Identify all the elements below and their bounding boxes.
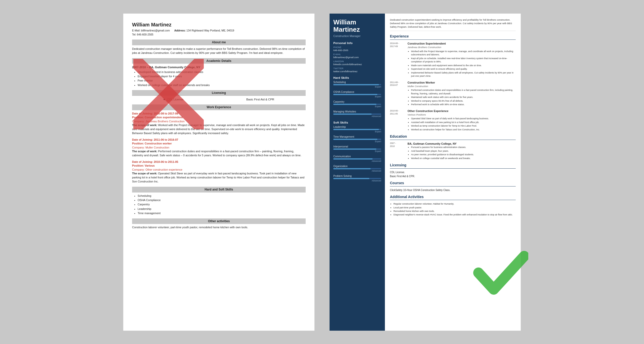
lic-label-2: Basic First Aid & CPR <box>246 97 274 101</box>
list-item: Made sure materials and equipment were d… <box>411 64 516 67</box>
skill-osha: OSHA Compliance Expert <box>333 91 381 98</box>
left-contact-tel: Tel: 646-600-2505 <box>132 33 306 36</box>
activities-list: Regular construction laborer volunteer, … <box>390 202 516 217</box>
skill-bar-bg <box>333 104 381 105</box>
lic-item-1: CDL License. <box>390 171 516 174</box>
linkedin-value: linkedin.com/in/billmartinez <box>333 63 381 66</box>
skill-level: Expert <box>333 86 381 88</box>
edu-body-1: BA, Guttman Community College, NY Pursue… <box>408 142 474 160</box>
work-scope-3: The scope of work: Operated Skid Steer a… <box>132 172 306 184</box>
exp-bullets-3: Operated Skid Steer as part of daily wor… <box>408 117 489 131</box>
work-scope-2: The scope of work: Performed constructio… <box>132 149 306 158</box>
work-entry-2: Date of Joining: 2011-06 to 2016-07 Posi… <box>132 138 306 158</box>
email-label: E-Mail: <box>132 29 140 32</box>
licensing-row: CDL License Basic First Aid & CPR <box>132 97 306 101</box>
resume-right: WilliamMartinez Construction Manager Per… <box>330 14 521 331</box>
experience-title: Experience <box>390 34 516 40</box>
skill-scheduling: Scheduling Expert <box>333 81 381 88</box>
exp-entry-2: 2011-06 -2016-07 Construction Worker Mul… <box>390 81 516 107</box>
list-item: Worked as temp construction laborer for … <box>411 124 489 128</box>
email-value: billfmartinez@gmail.com <box>141 29 170 32</box>
lic-label-1: CDL License <box>167 97 183 101</box>
skill-bar-fill <box>333 94 377 95</box>
other-title: Other activities <box>132 218 306 224</box>
exp-date-2: 2011-06 -2016-07 <box>390 81 405 107</box>
exp-job-title-3: Other Construction Experience <box>408 109 489 113</box>
work-pos-1: Position: Construction superintendent <box>132 116 306 119</box>
list-item: Performed construction duties and respon… <box>411 89 516 95</box>
exp-body-2: Construction Worker Muller Construction … <box>408 81 516 107</box>
list-item: Maintained safe work status with zero ac… <box>411 96 516 99</box>
skills-list: Scheduling OSHA Compliance Carpentry Lea… <box>132 194 306 215</box>
skill-bar-bg <box>333 113 381 115</box>
personal-info-title: Personal Info <box>333 42 381 45</box>
skill-bar-fill <box>333 113 372 115</box>
work-entry-3: Date of Joining: 2010-06 to 2011-05 Posi… <box>132 160 306 184</box>
about-title: About me <box>132 40 306 45</box>
skill-leadership: Leadership Expert <box>333 126 381 133</box>
skill-bar-fill <box>333 178 369 179</box>
about-text: Dedicated construction manager seeking t… <box>132 47 306 55</box>
skill-bar-bg <box>333 168 381 169</box>
lic-item-2: Basic First Aid & CPR. <box>390 175 516 178</box>
skill-bar-bg <box>333 158 381 160</box>
skill-bar-fill <box>333 158 373 160</box>
list-item: Regular construction laborer volunteer, … <box>393 202 516 206</box>
courses-section: ClickSafety 10-Hour OSHA Construction Sa… <box>390 188 516 192</box>
twitter-label: Twitter <box>333 67 381 70</box>
skill-name: Problem Solving <box>333 175 381 177</box>
skill-level: Advanced <box>333 179 381 182</box>
skill-bar-fill <box>333 84 379 85</box>
email-label: E-mail <box>333 53 381 56</box>
list-item: Developed interest in business administr… <box>138 70 306 74</box>
sidebar-name: WilliamMartinez <box>333 19 381 34</box>
skill-level: Advanced <box>333 170 381 172</box>
exp-job-title-2: Construction Worker <box>408 81 516 85</box>
list-item: Time management <box>138 211 306 215</box>
exp-bullets-2: Performed construction duties and respon… <box>408 89 516 106</box>
lic-item-2: Basic First Aid & CPR <box>246 97 274 101</box>
skill-organization: Organization Advanced <box>333 165 381 172</box>
work-company-2: Company: Muller Construction <box>132 146 306 149</box>
skill-bar-bg <box>333 148 381 150</box>
skill-bar-fill <box>333 129 379 130</box>
list-item: Peer mentor <box>138 79 306 83</box>
twitter-value: twitter.com/billmartinez <box>333 70 381 73</box>
other-text: Construction laborer volunteer, part-tim… <box>132 225 306 229</box>
exp-body-1: Construction Superintendent Jandreau Bro… <box>408 42 516 78</box>
skill-bar-fill <box>333 104 376 105</box>
skill-bar-fill <box>333 168 371 169</box>
left-header: William Martinez E-Mail: billfmartinez@g… <box>132 21 306 36</box>
linkedin-label: LinkedIn <box>333 60 381 63</box>
list-item: Implemented Behavior Based Safety plans … <box>411 71 516 78</box>
resume-left: William Martinez E-Mail: billfmartinez@g… <box>123 14 314 331</box>
skill-name: Managing Worksites <box>333 110 381 113</box>
skill-bar-bg <box>333 129 381 130</box>
skill-bar-bg <box>333 139 381 140</box>
courses-title: Courses <box>390 181 516 186</box>
list-item: Kept all jobs on schedule. Installed new… <box>411 57 516 64</box>
list-item: Scheduling <box>138 194 306 198</box>
list-item: Worked on college custodial staff on wee… <box>411 157 474 160</box>
tel-value: 646-600-2505 <box>137 33 153 36</box>
skill-name: Communication <box>333 155 381 158</box>
list-item: Local part-time youth pastor. <box>393 206 516 209</box>
skill-name: Leadership <box>333 126 381 128</box>
work-pos-3: Position: Various <box>132 164 306 168</box>
main-content: Dedicated construction superintendent se… <box>385 14 521 331</box>
skill-level: Expert <box>333 130 381 133</box>
edu-date-1: 2007 -2010 <box>390 142 405 160</box>
academic-degree: 2007-2010 – BA, Guttman Community Colleg… <box>132 65 306 69</box>
skill-name: Interpersonal <box>333 145 381 148</box>
phone-label: Phone <box>333 46 381 49</box>
list-item: As peer mentor, provided guidance to dis… <box>411 153 474 157</box>
main-summary: Dedicated construction superintendent se… <box>390 18 516 31</box>
email-value: billmartinez@gmail.com <box>333 56 381 59</box>
work-company-3: Company: Other construction experience <box>132 168 306 172</box>
list-item: Supervised on-site work to ensure effici… <box>411 67 516 71</box>
skill-interpersonal: Interpersonal Expert <box>333 145 381 152</box>
work-date-2: Date of Joining: 2011-06 to 2016-07 <box>132 138 306 142</box>
list-item: Performed work to schedule with 98% on-t… <box>411 103 516 106</box>
left-contact-email: E-Mail: billfmartinez@gmail.com Address:… <box>132 29 306 32</box>
skill-bar-bg <box>333 178 381 179</box>
